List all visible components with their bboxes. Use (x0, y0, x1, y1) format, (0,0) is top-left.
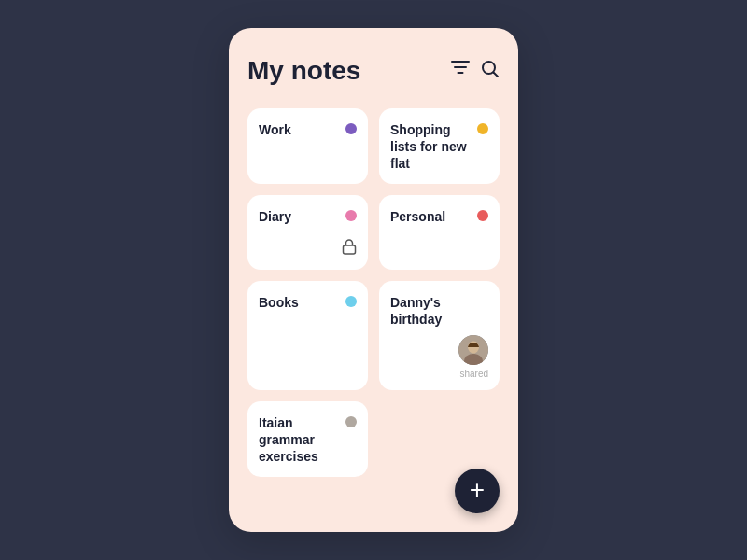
note-title: Diary (259, 208, 291, 225)
note-card-shopping[interactable]: Shopping lists for new flat (379, 108, 500, 184)
note-title: Danny's birthday (390, 294, 488, 328)
shared-avatar (458, 335, 488, 365)
shared-label: shared (459, 369, 488, 379)
note-card-header: Books (259, 294, 357, 311)
note-card-personal[interactable]: Personal (379, 195, 500, 270)
note-card-danny[interactable]: Danny's birthday shared (379, 281, 500, 390)
note-dot (477, 210, 488, 221)
page-title: My notes (247, 56, 360, 86)
note-dot (345, 210, 357, 221)
note-dot (345, 416, 357, 427)
note-card-footer (259, 238, 357, 259)
search-icon[interactable] (481, 60, 500, 83)
note-dot (345, 296, 357, 307)
note-card-italian[interactable]: Itaian grammar exercises (247, 401, 368, 477)
note-title: Shopping lists for new flat (390, 121, 477, 173)
svg-rect-1 (344, 245, 356, 254)
note-card-footer: shared (390, 335, 488, 379)
header: My notes (247, 56, 500, 86)
app-container: My notes Work (229, 28, 518, 532)
note-card-header: Itaian grammar exercises (259, 414, 357, 466)
note-card-work[interactable]: Work (247, 108, 368, 184)
notes-grid: Work Shopping lists for new flat Diary (247, 108, 500, 477)
add-note-button[interactable]: + (455, 469, 500, 513)
note-card-header: Work (259, 121, 357, 138)
note-title: Work (259, 121, 291, 138)
note-title: Books (259, 294, 299, 311)
filter-icon[interactable] (451, 61, 470, 82)
note-card-header: Personal (390, 208, 488, 225)
note-card-header: Diary (259, 208, 357, 225)
note-card-books[interactable]: Books (247, 281, 368, 390)
note-card-header: Danny's birthday (390, 294, 488, 328)
note-title: Itaian grammar exercises (259, 414, 345, 466)
note-card-diary[interactable]: Diary (247, 195, 368, 270)
shared-info: shared (458, 335, 488, 379)
lock-icon (342, 238, 357, 259)
note-card-header: Shopping lists for new flat (390, 121, 488, 173)
note-dot (345, 123, 357, 134)
note-dot (477, 123, 488, 134)
note-title: Personal (390, 208, 445, 225)
header-icons (451, 60, 500, 83)
